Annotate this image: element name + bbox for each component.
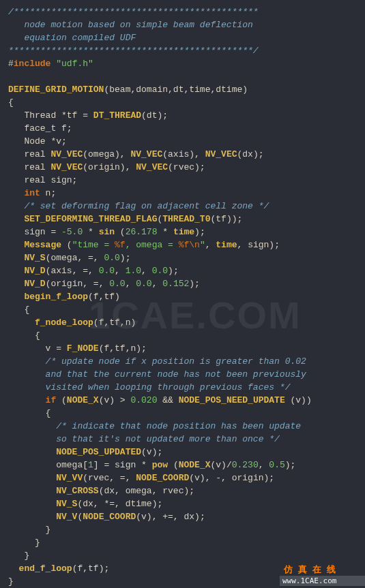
neg5: -5.0 [61, 227, 83, 237]
node-x2: NODE_X [179, 460, 211, 470]
set-deform: SET_DEFORMING_THREAD_FLAG [24, 214, 157, 224]
pow-a: ( [168, 460, 179, 470]
cs1: , [115, 266, 126, 276]
cs2: , [141, 266, 152, 276]
real1b: (omega), [83, 149, 130, 159]
msg-str2: , omega = [126, 240, 179, 250]
nvd-origin-a: (origin, =, [46, 279, 110, 289]
flag-comment: /* set deforming flag on adjacent cell z… [24, 201, 269, 211]
fnl-args: (f,tf,n) [93, 318, 136, 328]
pow-c: ); [285, 460, 296, 470]
and: && [157, 395, 178, 405]
footer-url: www.1CAE.com [280, 576, 365, 586]
rbrace3: } [24, 551, 29, 561]
lbrace1: { [8, 97, 14, 108]
node-coord2: NODE_COORD [83, 512, 136, 522]
pow-b: (v)/ [211, 460, 232, 470]
real2c: (rvec); [168, 162, 205, 172]
sign-b: ); [194, 227, 205, 237]
esc-f1: %f [115, 240, 126, 250]
include-kw: include [14, 59, 51, 69]
time-var: time [173, 227, 194, 237]
v0230: 0.230 [232, 460, 259, 470]
update-comment: /* update node if x position is greater … [8, 356, 306, 392]
lbrace3: { [35, 330, 40, 341]
cp2: ); [168, 266, 179, 276]
zero2: 0.0 [99, 266, 115, 276]
bfl-args: (f,tf) [88, 292, 120, 302]
source-code-block: /***************************************… [0, 0, 365, 588]
top-comment: /***************************************… [8, 7, 259, 56]
begin-f-loop: begin_f_loop [24, 292, 88, 302]
esc-f2: %f [179, 240, 190, 250]
msg-sign: , sign); [237, 240, 280, 250]
f-node: F_NODE [67, 343, 99, 354]
esc-n: \n [189, 240, 200, 250]
nv-cross-args: (dx, omega, rvec); [99, 486, 194, 496]
nvvec5: NV_VEC [136, 162, 168, 172]
nvs-args-a: (omega, =, [46, 253, 104, 263]
dgm-args: (beam,domain,dt,time,dtime) [104, 84, 248, 95]
if-kw: if [46, 395, 57, 405]
nvvec4: NV_VEC [50, 162, 83, 172]
lbrace2: { [24, 305, 29, 315]
omega-idx-a: omega[ [8, 460, 88, 470]
footer-chinese: 仿真在线 [280, 565, 365, 574]
nv-vv-a: (rvec, =, [83, 473, 136, 483]
indicate-comment: /* indicate that node position has been … [8, 421, 301, 444]
node-pos-need: NODE_POS_NEED_UPDATE [179, 395, 285, 405]
star2: * [157, 227, 173, 237]
nv-cross: NV_CROSS [56, 486, 98, 496]
omega-idx-b: ] = sign * [93, 460, 152, 470]
star: * [83, 227, 98, 237]
f-node-args: (f,tf,n); [99, 343, 147, 354]
msg-str1: "time = [72, 240, 115, 250]
int-rest: n; [40, 188, 56, 198]
nvd1: NV_D [24, 266, 45, 276]
nvs2: NV_S [56, 499, 77, 509]
code-viewer: /***************************************… [0, 0, 365, 588]
include-file: "udf.h" [56, 59, 93, 69]
one1: 1.0 [126, 266, 141, 276]
one-idx: 1 [88, 460, 93, 470]
msg-args: , [205, 240, 216, 250]
sin: sin [99, 227, 115, 237]
msg-open: ( [61, 240, 72, 250]
set-deform-tail: (tf)); [210, 214, 242, 224]
node-pos-updated: NODE_POS_UPDATED [56, 447, 141, 457]
real3: real sign; [8, 175, 77, 185]
thread-b: (dt); [141, 110, 168, 121]
node-x: NODE_X [67, 395, 99, 405]
thread-a: Thread *tf = [8, 110, 93, 121]
cs5: , [259, 460, 269, 470]
real1d: (dx); [237, 149, 264, 159]
face-decl: face_t f; [8, 123, 72, 134]
cs3: , [126, 279, 136, 289]
msg-str3: " [200, 240, 205, 250]
node-decl: Node *v; [8, 136, 67, 146]
dt-thread: DT_THREAD [93, 110, 141, 121]
zero3: 0.0 [152, 266, 168, 276]
f-node-loop: f_node_loop [35, 318, 93, 328]
nvvec3: NV_VEC [205, 149, 237, 159]
lbrace4: { [46, 408, 51, 418]
nv-v-b: (v), +=, dx); [136, 512, 205, 522]
nvs2-args: (dx, *=, dtime); [77, 499, 162, 509]
footer-brand: 仿真在线 www.1CAE.com [280, 565, 365, 588]
nv-vv: NV_VV [56, 473, 83, 483]
real2a: real [8, 162, 50, 172]
nvd2: NV_D [24, 279, 45, 289]
end-f-loop: end_f_loop [19, 563, 72, 574]
msg-time: time [216, 240, 237, 250]
real1a: real [8, 149, 50, 159]
nvd-axis-a: (axis, =, [46, 266, 99, 276]
v26: 26.178 [126, 227, 158, 237]
define-grid-motion: DEFINE_GRID_MOTION [8, 84, 104, 95]
efl-args: (f,tf); [72, 563, 110, 574]
nvvec2: NV_VEC [130, 149, 162, 159]
npu-args: (v); [141, 447, 162, 457]
v0152: 0.152 [162, 279, 189, 289]
if-a: ( [56, 395, 67, 405]
sign-a: sign = [8, 227, 61, 237]
nv-vv-b: (v), -, origin); [189, 473, 274, 483]
